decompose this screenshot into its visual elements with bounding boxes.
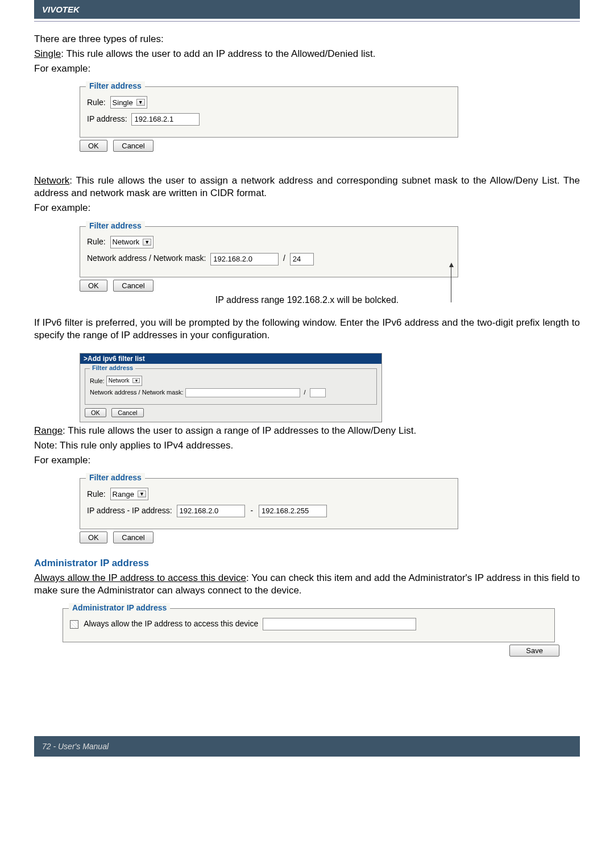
net-mask-input[interactable]: 24	[290, 253, 314, 265]
ipv6-title: >Add ipv6 filter list	[80, 354, 381, 364]
range-to-input[interactable]: 192.168.2.255	[259, 505, 327, 517]
ipv6-rule-value: Network	[109, 377, 130, 384]
network-filter-group: Filter address Rule: Network ▼ Network a…	[80, 226, 458, 277]
ok-button[interactable]: OK	[85, 408, 106, 417]
network-rest: : This rule allows the user to assign a …	[34, 175, 580, 198]
ipv6-prefix-input[interactable]	[310, 388, 326, 397]
range-rest: : This rule allows the user to assign a …	[63, 425, 416, 436]
rule-select-value: Single	[113, 98, 133, 107]
ipv6-legend: Filter address	[90, 364, 135, 371]
ip-input[interactable]: 192.168.2.1	[131, 113, 200, 126]
rule-label-range: Rule:	[87, 489, 106, 499]
netmask-label: Network address / Network mask:	[87, 254, 206, 263]
rule-select-single[interactable]: Single ▼	[110, 96, 147, 109]
intro-line: There are three types of rules:	[34, 33, 580, 45]
rule-select-range[interactable]: Range ▼	[110, 488, 148, 500]
ip-label: IP address:	[87, 114, 127, 123]
range-note: Note: This rule only applies to IPv4 add…	[34, 439, 580, 452]
cancel-button[interactable]: Cancel	[113, 280, 153, 292]
callout-arrow	[451, 266, 451, 302]
for-example-3: For example:	[34, 454, 580, 467]
brand-header: VIVOTEK	[34, 0, 580, 19]
chevron-down-icon: ▼	[136, 99, 145, 106]
admin-ip-input[interactable]	[263, 618, 416, 630]
network-annotation: IP address range 192.168.2.x will be bol…	[0, 295, 614, 305]
rule-select-network[interactable]: Network ▼	[110, 236, 154, 248]
admin-heading: Administrator IP address	[34, 557, 580, 570]
net-addr-input[interactable]: 192.168.2.0	[210, 253, 279, 265]
network-label: Network	[34, 175, 69, 186]
rule-select-value-range: Range	[113, 490, 134, 499]
chevron-down-icon: ▼	[138, 491, 146, 497]
header-rule	[34, 21, 580, 22]
ok-button[interactable]: OK	[80, 280, 107, 292]
admin-checkbox-label: Always allow the IP address to access th…	[84, 619, 258, 628]
admin-ip-group: Administrator IP address Always allow th…	[63, 608, 555, 642]
ipv6-dialog: >Add ipv6 filter list Filter address Rul…	[80, 353, 382, 422]
range-label: Range	[34, 425, 63, 436]
admin-para: Always allow the IP address to access th…	[34, 572, 580, 597]
admin-allow-checkbox[interactable]	[70, 620, 78, 629]
ipv6-addr-input[interactable]	[185, 388, 300, 397]
page-footer: 72 - User's Manual	[34, 736, 580, 757]
single-label: Single	[34, 48, 61, 59]
for-example-1: For example:	[34, 63, 580, 75]
slash-separator: /	[283, 254, 285, 263]
network-legend: Filter address	[86, 221, 145, 230]
admin-para-label: Always allow the IP address to access th…	[34, 572, 246, 583]
save-button[interactable]: Save	[509, 645, 559, 657]
dash-separator: -	[250, 506, 253, 515]
ok-button[interactable]: OK	[80, 531, 107, 543]
range-filter-group: Filter address Rule: Range ▼ IP address …	[80, 478, 458, 529]
for-example-2: For example:	[34, 202, 580, 214]
slash-separator: /	[304, 389, 306, 396]
chevron-down-icon: ▼	[143, 239, 151, 246]
range-legend: Filter address	[86, 473, 145, 482]
intro-single: Single: This rule allows the user to add…	[34, 48, 580, 60]
cancel-button[interactable]: Cancel	[113, 140, 153, 152]
range-from-input[interactable]: 192.168.2.0	[177, 505, 245, 517]
single-legend: Filter address	[86, 81, 145, 90]
ipv6-mask-label: Network address / Network mask:	[90, 389, 183, 396]
rule-label: Rule:	[87, 98, 106, 107]
rule-select-value-net: Network	[113, 238, 140, 246]
ok-button[interactable]: OK	[80, 140, 107, 152]
network-para: Network: This rule allows the user to as…	[34, 175, 580, 200]
single-rest: : This rule allows the user to add an IP…	[61, 48, 375, 59]
ipv6-rule-select[interactable]: Network ▼	[106, 376, 143, 386]
range-para-1: Range: This rule allows the user to assi…	[34, 425, 580, 437]
rule-label-net: Rule:	[87, 237, 106, 246]
cancel-button[interactable]: Cancel	[111, 408, 143, 417]
single-filter-group: Filter address Rule: Single ▼ IP address…	[80, 86, 458, 138]
ipv6-para: If IPv6 filter is preferred, you will be…	[34, 317, 580, 342]
admin-legend: Administrator IP address	[69, 603, 170, 612]
cancel-button[interactable]: Cancel	[113, 531, 153, 543]
range-ip-label: IP address - IP address:	[87, 506, 172, 515]
chevron-down-icon: ▼	[132, 378, 140, 383]
ipv6-rule-label: Rule:	[90, 377, 105, 384]
